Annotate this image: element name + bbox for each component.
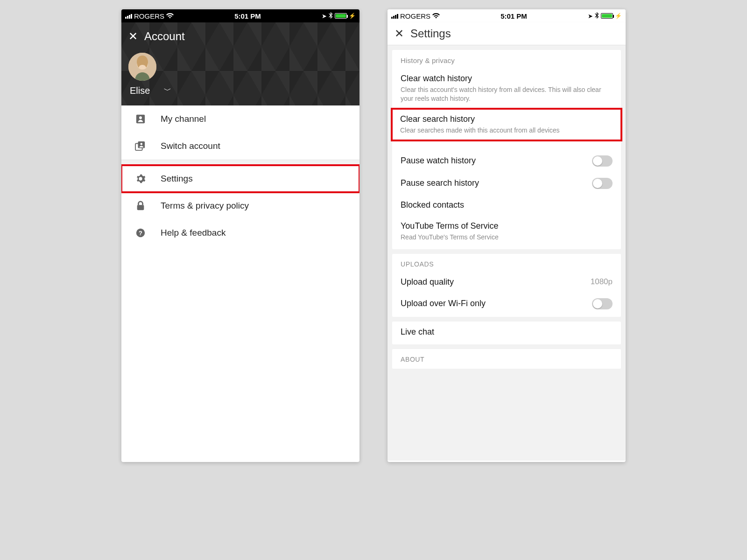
clock-label: 5:01 PM	[500, 12, 527, 20]
setting-value: 1080p	[591, 277, 613, 287]
svg-rect-7	[137, 205, 144, 210]
avatar[interactable]	[128, 53, 156, 81]
svg-point-6	[141, 143, 143, 145]
menu-label: Settings	[161, 174, 193, 184]
setting-subtitle: Read YouTube's Terms of Service	[401, 233, 613, 242]
account-header: ✕ Account Elise ﹀	[121, 22, 359, 105]
status-bar: ROGERS 5:01 PM ➤ ⚡	[388, 9, 626, 22]
settings-header: ✕ Settings	[388, 22, 626, 45]
gear-icon	[134, 174, 147, 184]
setting-title: Blocked contacts	[401, 200, 613, 210]
toggle-pause-search[interactable]	[592, 178, 613, 189]
menu-item-settings[interactable]: Settings	[121, 165, 359, 192]
setting-title: Clear search history	[400, 114, 613, 124]
row-upload-wifi-only[interactable]: Upload over Wi-Fi only	[392, 293, 621, 315]
charging-icon: ⚡	[615, 13, 622, 19]
section-about: ABOUT	[392, 349, 621, 369]
row-youtube-tos[interactable]: YouTube Terms of Service Read YouTube's …	[392, 216, 621, 247]
menu-item-switch-account[interactable]: Switch account	[121, 133, 359, 160]
svg-text:?: ?	[139, 230, 142, 237]
section-history-privacy: History & privacy Clear watch history Cl…	[392, 50, 621, 249]
setting-subtitle: Clear searches made with this account fr…	[400, 126, 613, 135]
setting-title: Live chat	[401, 327, 613, 337]
menu-label: Switch account	[161, 141, 220, 151]
status-bar: ROGERS 5:01 PM ➤ ⚡	[121, 9, 359, 22]
user-name-label: Elise	[130, 85, 150, 96]
settings-body: History & privacy Clear watch history Cl…	[388, 45, 626, 461]
signal-icon	[125, 13, 132, 19]
section-header: ABOUT	[392, 349, 621, 367]
battery-icon	[601, 13, 613, 19]
bluetooth-icon	[329, 12, 333, 20]
section-live-chat: Live chat	[392, 322, 621, 344]
lock-icon	[134, 201, 147, 211]
person-box-icon	[134, 114, 147, 124]
signal-icon	[391, 13, 398, 19]
setting-subtitle: Clear this account's watch history from …	[401, 85, 613, 103]
menu-label: Terms & privacy policy	[161, 201, 249, 211]
page-title: Settings	[410, 27, 451, 40]
menu-label: My channel	[161, 114, 206, 124]
setting-title: Upload quality	[401, 277, 591, 287]
carrier-label: ROGERS	[400, 12, 430, 20]
charging-icon: ⚡	[349, 13, 356, 19]
row-blocked-contacts[interactable]: Blocked contacts	[392, 195, 621, 216]
wifi-icon	[432, 13, 440, 19]
menu-label: Help & feedback	[161, 228, 226, 238]
row-pause-watch-history[interactable]: Pause watch history	[392, 150, 621, 172]
account-menu: My channel Switch account Settings Terms…	[121, 105, 359, 246]
row-live-chat[interactable]: Live chat	[392, 322, 621, 343]
toggle-wifi-only[interactable]	[592, 298, 613, 309]
setting-title: Upload over Wi-Fi only	[401, 299, 592, 308]
phone-settings: ROGERS 5:01 PM ➤ ⚡ ✕ Settings History & …	[388, 9, 626, 462]
row-upload-quality[interactable]: Upload quality 1080p	[392, 272, 621, 293]
user-switcher[interactable]: Elise ﹀	[128, 85, 352, 96]
chevron-down-icon: ﹀	[164, 86, 171, 96]
location-icon: ➤	[588, 13, 593, 20]
switch-account-icon	[134, 141, 147, 151]
carrier-label: ROGERS	[134, 12, 164, 20]
section-header: UPLOADS	[392, 254, 621, 272]
phone-account: ROGERS 5:01 PM ➤ ⚡ ✕ Account Elise	[121, 9, 359, 462]
menu-item-terms[interactable]: Terms & privacy policy	[121, 192, 359, 219]
divider	[121, 160, 359, 165]
menu-item-my-channel[interactable]: My channel	[121, 105, 359, 133]
bluetooth-icon	[595, 12, 599, 20]
row-pause-search-history[interactable]: Pause search history	[392, 172, 621, 195]
close-icon[interactable]: ✕	[128, 31, 138, 42]
setting-title: Pause search history	[401, 178, 592, 188]
setting-title: YouTube Terms of Service	[401, 221, 613, 231]
battery-icon	[335, 13, 347, 19]
page-title: Account	[144, 30, 185, 43]
close-icon[interactable]: ✕	[395, 28, 404, 39]
clock-label: 5:01 PM	[234, 12, 261, 20]
row-clear-watch-history[interactable]: Clear watch history Clear this account's…	[392, 68, 621, 109]
toggle-pause-watch[interactable]	[592, 155, 613, 167]
svg-point-3	[139, 116, 142, 119]
setting-title: Pause watch history	[401, 156, 592, 166]
help-icon: ?	[134, 228, 147, 238]
row-clear-search-history[interactable]: Clear search history Clear searches made…	[392, 109, 621, 140]
menu-item-help[interactable]: ? Help & feedback	[121, 219, 359, 246]
section-header: History & privacy	[392, 50, 621, 68]
section-uploads: UPLOADS Upload quality 1080p Upload over…	[392, 254, 621, 317]
setting-title: Clear watch history	[401, 74, 613, 84]
wifi-icon	[166, 13, 174, 19]
location-icon: ➤	[322, 13, 327, 20]
